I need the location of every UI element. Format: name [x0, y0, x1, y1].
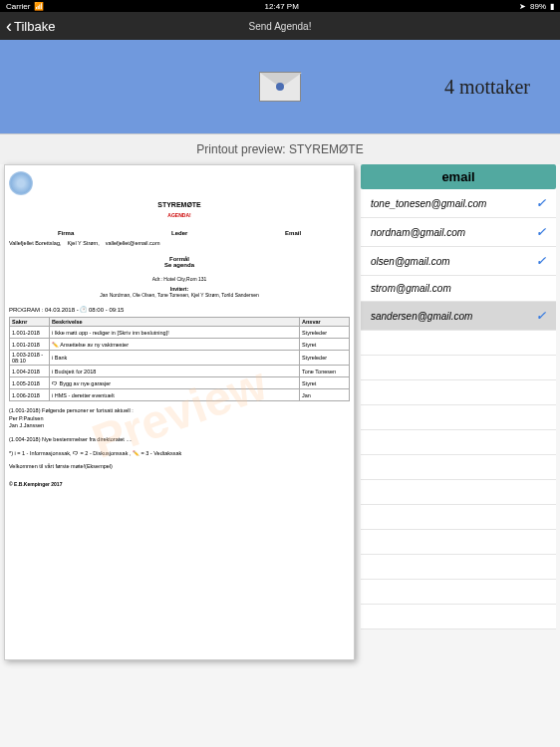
check-icon: ✓	[536, 196, 546, 210]
battery-label: 89%	[530, 2, 546, 11]
agenda-label: AGENDA!	[9, 212, 350, 218]
email-address: nordnam@gmail.com	[371, 227, 465, 238]
list-item	[361, 356, 556, 380]
table-row: 1.001-2018✏️ Ansettelse av ny vaktmester…	[10, 339, 350, 351]
location-icon: ➤	[519, 2, 526, 11]
envelope-icon	[259, 72, 301, 102]
nav-bar: ‹ Tilbake Send Agenda!	[0, 12, 560, 40]
banner: 4 mottaker	[0, 40, 560, 134]
doc-title: STYREMØTE	[9, 201, 350, 208]
list-item	[361, 580, 556, 605]
email-list: tone_tonesen@gmail.com✓nordnam@gmail.com…	[361, 189, 556, 629]
recipient-count: 4 mottaker	[444, 76, 530, 99]
list-item	[361, 405, 556, 430]
preview-panel: Preview STYREMØTE AGENDA! Firma Leder Em…	[4, 164, 355, 660]
col-saknr: Saknr	[10, 318, 50, 327]
back-button[interactable]: ‹ Tilbake	[6, 16, 55, 37]
list-item	[361, 605, 556, 629]
email-row[interactable]: tone_tonesen@gmail.com✓	[361, 189, 556, 218]
wifi-icon: 📶	[34, 2, 44, 11]
preview-label: Printout preview: STYREMØTE	[0, 134, 560, 164]
table-row: 1.001-2018i Ikke møtt opp - rediger in […	[10, 327, 350, 339]
check-icon: ✓	[536, 254, 546, 268]
clock: 12:47 PM	[265, 2, 299, 11]
battery-icon: ▮	[550, 2, 554, 11]
email-header: email	[361, 164, 556, 189]
table-row: 1.003-2018 - 08:10i BankStyreleder	[10, 351, 350, 366]
email-address: tone_tonesen@gmail.com	[371, 198, 486, 209]
col-beskrivelse: Beskrivelse	[50, 318, 300, 327]
firm-hdr-a: Firma	[58, 230, 74, 236]
back-label: Tilbake	[14, 19, 55, 34]
email-address: sandersen@gmail.com	[371, 311, 472, 322]
email-row[interactable]: sandersen@gmail.com✓	[361, 302, 556, 331]
col-ansvar: Ansvar	[300, 318, 350, 327]
list-item	[361, 505, 556, 530]
table-row: 1.006-2018i HMS - deretter eventueltJan	[10, 389, 350, 401]
address-line: Adr.: Hotel City,Rom 131	[9, 276, 350, 282]
email-row[interactable]: strom@gmail.com	[361, 276, 556, 302]
list-item	[361, 380, 556, 405]
notes-block: (1.001-2018) Følgende personer er fortsa…	[9, 407, 350, 471]
firm-values: Vallefjellet Borettslag, Kjel Y Strøm, v…	[9, 240, 350, 246]
program-line: PROGRAM : 04.03.2018 - 🕐 08:00 - 09:15	[9, 306, 350, 313]
email-panel: email tone_tonesen@gmail.com✓nordnam@gma…	[361, 164, 556, 660]
email-address: olsen@gmail.com	[371, 256, 450, 267]
check-icon: ✓	[536, 225, 546, 239]
logo-icon	[9, 171, 33, 195]
formal-block: Formål Se agenda	[9, 256, 350, 268]
check-icon: ✓	[536, 309, 546, 323]
email-row[interactable]: nordnam@gmail.com✓	[361, 218, 556, 247]
list-item	[361, 430, 556, 455]
list-item	[361, 555, 556, 580]
list-item	[361, 480, 556, 505]
copyright: © E.B.Kempinger 2017	[9, 481, 350, 487]
agenda-table: Saknr Beskrivelse Ansvar 1.001-2018i Ikk…	[9, 317, 350, 401]
carrier-label: Carrier	[6, 2, 30, 11]
firm-hdr-b: Leder	[171, 230, 187, 236]
list-item	[361, 455, 556, 480]
status-bar: Carrier 📶 12:47 PM ➤ 89% ▮	[0, 0, 560, 12]
table-row: 1.005-2018🗨 Bygg av nye garasjerStyret	[10, 377, 350, 389]
table-row: 1.004-2018i Budsjett for 2018Tone Tonese…	[10, 366, 350, 377]
chevron-left-icon: ‹	[6, 16, 12, 37]
list-item	[361, 530, 556, 555]
nav-title: Send Agenda!	[249, 21, 312, 32]
firm-header-row: Firma Leder Email	[9, 230, 350, 236]
email-row[interactable]: olsen@gmail.com✓	[361, 247, 556, 276]
list-item	[361, 331, 556, 356]
firm-hdr-c: Email	[285, 230, 301, 236]
invited-block: Invitert: Jan Nordman, Ole Olsen, Tone T…	[9, 286, 350, 298]
email-address: strom@gmail.com	[371, 283, 451, 294]
